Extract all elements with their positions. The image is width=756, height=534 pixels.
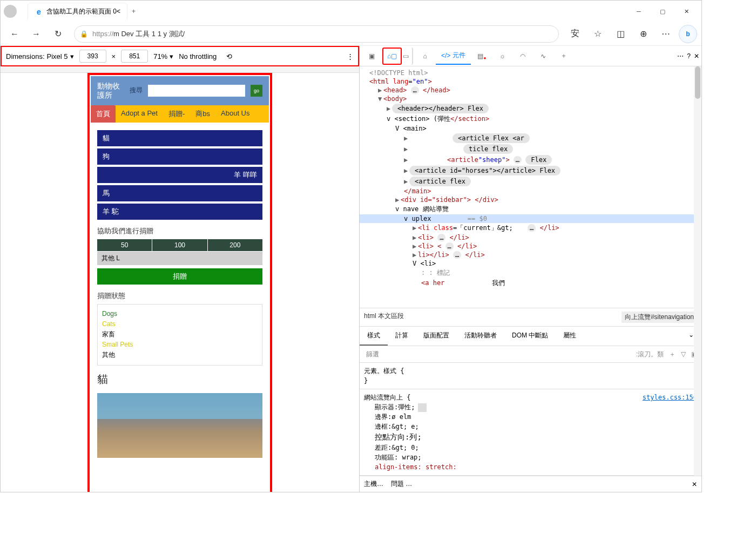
- donate-other[interactable]: 其他 L: [97, 252, 262, 265]
- donation-title: 協助我們進行捐贈: [97, 226, 262, 236]
- edge-favicon: e: [35, 8, 43, 16]
- addressbar: ← → ↻ 🔒 https://m Dev 工具 1 1 y 測試/ 安 ☆ ◫…: [1, 22, 701, 46]
- styles-filter-bar: :滾刀。類 ＋ ▽ ▣: [360, 346, 701, 363]
- minimize-button[interactable]: ─: [627, 3, 651, 20]
- styles-subtabs: 樣式 計算 版面配置 活動聆聽者 DOM 中斷點 屬性 ⌄: [360, 327, 701, 346]
- height-input[interactable]: [121, 50, 148, 63]
- help-icon[interactable]: ?: [687, 52, 691, 60]
- split-icon[interactable]: ◫: [611, 24, 630, 44]
- search-input[interactable]: [148, 85, 245, 97]
- performance-icon[interactable]: ∿: [534, 48, 553, 65]
- zoom-select[interactable]: 71%▾: [153, 52, 173, 60]
- nav-adopt[interactable]: Adopt a Pet: [116, 105, 163, 123]
- cat-link-sheep[interactable]: 羊 咩咩: [97, 167, 262, 183]
- elements-tree[interactable]: <!DOCTYPE html> <html lang="en"> ▶<head>…: [360, 66, 701, 308]
- favorite-icon[interactable]: ☆: [588, 24, 608, 44]
- status-title: 捐贈狀態: [97, 291, 262, 301]
- scrollbar[interactable]: [694, 66, 701, 476]
- donate-100[interactable]: 100: [152, 239, 207, 251]
- nav-home[interactable]: 首頁: [91, 105, 116, 123]
- devtools-tabs: ▣ ⌂▢ ▭ ⌂ </>元件 ▤● ☼ ◠ ∿ ＋ ⋯ ? ✕: [360, 46, 701, 66]
- chevron-down-icon: ▾: [70, 52, 74, 60]
- element-style-rule[interactable]: 元素。樣式 { }: [360, 363, 701, 389]
- profile-avatar[interactable]: [4, 5, 17, 18]
- close-window-button[interactable]: ✕: [674, 3, 698, 20]
- css-rule[interactable]: styles.css:156 網站流覽向上 { 顯示器:彈性; 邊界:ø elm…: [360, 389, 701, 476]
- width-input[interactable]: [79, 50, 106, 63]
- search-label: 搜尋: [130, 86, 143, 95]
- donate-200[interactable]: 200: [208, 239, 262, 251]
- donate-button[interactable]: 捐贈: [97, 268, 262, 285]
- welcome-tab-icon[interactable]: ⌂: [415, 48, 435, 65]
- devtools-panel: ▣ ⌂▢ ▭ ⌂ </>元件 ▤● ☼ ◠ ∿ ＋ ⋯ ? ✕ <!DOCTYP…: [360, 46, 701, 492]
- nav-bar: 首頁 Adopt a Pet 捐贈- 商bs About Us: [91, 105, 269, 123]
- subtab-styles[interactable]: 樣式: [360, 327, 388, 346]
- elements-tab[interactable]: </>元件: [436, 48, 471, 65]
- section-heading: 貓: [97, 372, 262, 387]
- sources-icon[interactable]: ☼: [492, 48, 512, 65]
- dock-icon[interactable]: ▭: [403, 48, 413, 65]
- tab-title: 含協助工具的示範頁面 0<: [46, 7, 120, 16]
- site-logo: 動物收護所: [97, 82, 120, 100]
- add-tab-icon[interactable]: ＋: [554, 48, 573, 65]
- drawer-close-icon[interactable]: ✕: [692, 481, 697, 488]
- donate-50[interactable]: 50: [97, 239, 152, 251]
- collections-icon[interactable]: ⊕: [633, 24, 653, 44]
- rotate-icon[interactable]: ⟲: [226, 52, 232, 60]
- device-toolbar: Dimensions: Pixel 5 ▾ × 71%▾ No throttli…: [1, 46, 359, 66]
- devtools-drawer: 主機… 問題 … ✕: [360, 476, 701, 492]
- subtab-computed[interactable]: 計算: [388, 327, 416, 346]
- selected-node[interactable]: v uplex == $0: [360, 214, 701, 223]
- chevron-down-icon: ▾: [170, 52, 173, 60]
- back-button[interactable]: ←: [5, 24, 24, 44]
- cat-link-cats[interactable]: 貓: [97, 130, 262, 146]
- device-toggle-icon[interactable]: ⌂▢: [382, 48, 402, 65]
- url-box[interactable]: 🔒 https://m Dev 工具 1 1 y 測試/: [74, 25, 559, 43]
- more-icon[interactable]: ⋯: [656, 24, 676, 44]
- toggle-class-icon[interactable]: ▽: [681, 350, 686, 358]
- nav-about[interactable]: About Us: [215, 105, 255, 123]
- page-header: 動物收護所 搜尋 go: [91, 76, 269, 105]
- ruler: [1, 66, 359, 73]
- dimensions-select[interactable]: Dimensions: Pixel 5 ▾: [6, 52, 74, 60]
- close-devtools-icon[interactable]: ✕: [694, 52, 699, 60]
- source-link[interactable]: styles.css:156: [643, 393, 697, 402]
- inspect-icon[interactable]: ▣: [362, 48, 381, 65]
- go-button[interactable]: go: [251, 85, 262, 97]
- throttling-select[interactable]: No throttling: [179, 52, 217, 60]
- drawer-console[interactable]: 主機…: [364, 479, 383, 489]
- console-icon[interactable]: ▤●: [472, 48, 491, 65]
- bing-icon[interactable]: b: [679, 25, 697, 43]
- subtab-layout[interactable]: 版面配置: [416, 327, 457, 346]
- maximize-button[interactable]: ▢: [651, 3, 674, 20]
- breadcrumbs[interactable]: html 本文區段 向上流覽#sitenavigation: [360, 308, 701, 327]
- cat-link-dogs[interactable]: 狗: [97, 148, 262, 165]
- styles-filter-input[interactable]: [364, 348, 472, 360]
- lock-icon: 🔒: [80, 30, 88, 38]
- subtab-properties[interactable]: 屬性: [556, 327, 584, 346]
- new-tab-button[interactable]: +: [132, 8, 136, 15]
- browser-tab[interactable]: e 含協助工具的示範頁面 0<: [28, 3, 127, 20]
- device-viewport: 動物收護所 搜尋 go 首頁 Adopt a Pet 捐贈- 商bs About…: [91, 76, 269, 492]
- cat-link-alpaca[interactable]: 羊 駝: [97, 204, 262, 220]
- new-rule-icon[interactable]: ＋: [669, 350, 676, 359]
- cat-image: [97, 393, 262, 458]
- refresh-button[interactable]: ↻: [48, 24, 68, 44]
- subtab-breakpoints[interactable]: DOM 中斷點: [504, 327, 556, 346]
- nav-shop[interactable]: 商bs: [190, 105, 215, 123]
- subtab-listeners[interactable]: 活動聆聽者: [457, 327, 504, 346]
- cat-link-horses[interactable]: 馬: [97, 185, 262, 201]
- more-options-icon[interactable]: ⋮: [347, 52, 354, 60]
- more-devtools-icon[interactable]: ⋯: [677, 52, 684, 60]
- network-icon[interactable]: ◠: [513, 48, 532, 65]
- titlebar: e 含協助工具的示範頁面 0< + ─ ▢ ✕: [1, 1, 701, 22]
- drawer-issues[interactable]: 問題 …: [391, 479, 412, 489]
- nav-donate[interactable]: 捐贈-: [163, 105, 190, 123]
- translate-icon[interactable]: 安: [565, 24, 585, 44]
- status-box: Dogs Cats 家畜 Small Pets 其他: [97, 304, 262, 366]
- flex-icon[interactable]: [418, 403, 427, 412]
- forward-button[interactable]: →: [26, 24, 46, 44]
